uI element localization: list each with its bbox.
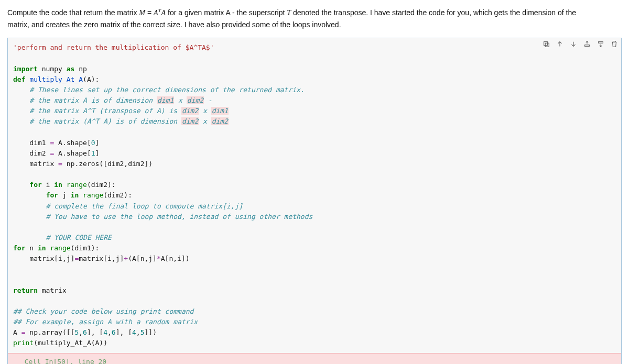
prompt-line-2: matrix, and creates the zero matrix of t… [7, 20, 341, 29]
move-down-icon[interactable] [570, 40, 577, 48]
svg-rect-3 [599, 42, 603, 43]
insert-above-icon[interactable] [583, 40, 591, 48]
duplicate-icon[interactable] [543, 40, 550, 48]
insert-below-icon[interactable] [597, 40, 604, 48]
prompt-line-1: Compute the code that return the matrix … [7, 8, 576, 17]
move-up-icon[interactable] [556, 40, 563, 48]
cell-toolbar [543, 40, 618, 48]
delete-icon[interactable] [611, 40, 618, 48]
code-editor[interactable]: 'perform and return the multiplication o… [8, 38, 621, 352]
svg-rect-1 [545, 43, 549, 47]
code-cell[interactable]: 'perform and return the multiplication o… [7, 38, 622, 364]
problem-description: Compute the code that return the matrix … [7, 6, 622, 30]
svg-rect-2 [585, 45, 590, 47]
error-output: Cell In[50], line 20 for n in range(dim1… [8, 353, 621, 364]
error-location: Cell In[50], line 20 [16, 358, 106, 364]
svg-rect-0 [544, 42, 548, 46]
